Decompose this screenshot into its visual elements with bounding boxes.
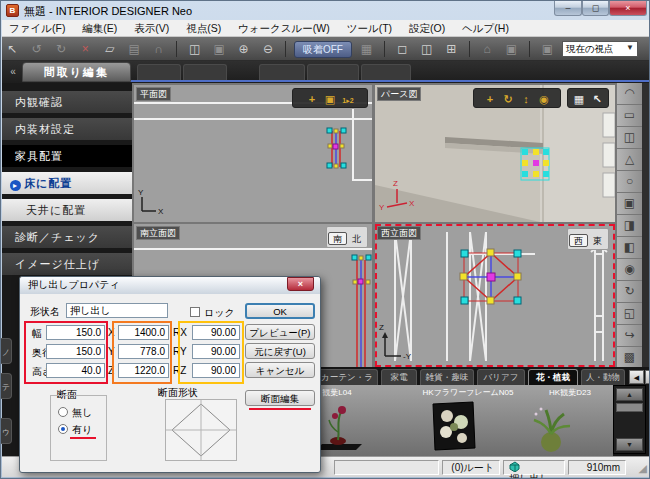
camera-1-2-icon[interactable]: 1▸2 — [339, 92, 357, 110]
dome-tool-icon[interactable]: ◠ — [617, 83, 642, 105]
east-button[interactable]: 東 — [588, 235, 607, 248]
orbit-camera-icon[interactable]: ▣ — [321, 90, 339, 108]
height-input[interactable]: 40.0 — [46, 363, 105, 378]
sphere-tool-icon[interactable]: ○ — [617, 171, 642, 193]
layout-quad-pane-icon[interactable]: ⊞ — [442, 40, 460, 58]
menu-settings[interactable]: 設定(O) — [402, 20, 452, 38]
catalog-tab-barrier-free[interactable]: バリアフリー — [477, 369, 525, 385]
section-yes-radio[interactable] — [58, 424, 68, 434]
menu-help[interactable]: ヘルプ(H) — [455, 20, 516, 38]
south-button[interactable]: 南 — [328, 232, 347, 245]
dialog-close-button[interactable]: × — [287, 277, 314, 291]
inactive-tab[interactable] — [361, 64, 411, 81]
viewport-perspective[interactable]: パース図 +↻↕◉ ▦↖ — [375, 85, 615, 222]
y-input[interactable]: 778.0 — [118, 344, 169, 359]
scroll-up-button[interactable]: ▲ — [616, 388, 643, 401]
edge-tab-u[interactable]: ウ — [1, 418, 12, 444]
prism-tool-icon[interactable]: △ — [617, 149, 642, 171]
curve-tool-icon[interactable]: ↪ — [617, 325, 642, 347]
inactive-tab[interactable] — [307, 64, 359, 81]
sidebar-item-tenjo-ni-haichi[interactable]: 天井に配置 — [2, 199, 132, 221]
camera-icon[interactable]: ▣ — [210, 40, 228, 58]
width-input[interactable]: 150.0 — [46, 325, 105, 340]
select-arrow-icon[interactable]: ↖ — [3, 40, 21, 58]
inactive-tab[interactable] — [259, 64, 305, 81]
ok-button[interactable]: OK — [245, 303, 315, 319]
cylinder-cone-tool-icon[interactable]: ◨ — [617, 215, 642, 237]
section-none-radio[interactable] — [58, 407, 68, 417]
north-button[interactable]: 北 — [347, 233, 366, 246]
zoom-out-icon[interactable]: ⊖ — [259, 40, 277, 58]
menu-tools[interactable]: ツール(T) — [340, 20, 399, 38]
save-icon[interactable]: ▤ — [125, 40, 143, 58]
viewport-west-elevation[interactable]: 西立面図 西東 — [375, 224, 615, 367]
rz-input[interactable]: 90.00 — [192, 363, 240, 378]
catalog-tab-scroll-right[interactable]: ▶ — [645, 370, 650, 384]
revolve-tool-icon[interactable]: ◉ — [617, 259, 642, 281]
catalog-tab-hito-dobutsu[interactable]: 人・動物 — [581, 369, 625, 385]
delete-icon[interactable]: × — [76, 40, 94, 58]
depth-input[interactable]: 150.0 — [46, 344, 105, 359]
edge-tab-no[interactable]: ノ — [1, 338, 12, 364]
furniture-display-icon[interactable]: ▣ — [503, 40, 521, 58]
section-edit-button[interactable]: 断面編集 — [245, 390, 315, 406]
x-input[interactable]: 1400.0 — [118, 325, 169, 340]
redo-icon[interactable]: ↻ — [52, 40, 70, 58]
cone-cylinder-tool-icon[interactable]: ◧ — [617, 237, 642, 259]
sidebar-item-naisozai-settei[interactable]: 内装材設定 — [2, 118, 132, 140]
inactive-tab[interactable] — [137, 64, 181, 81]
viewpoint-select[interactable]: 現在の視点▼ — [562, 41, 638, 57]
roof-display-icon[interactable]: ⌂ — [478, 40, 496, 58]
menu-edit[interactable]: 編集(E) — [75, 20, 124, 38]
dialog-title-bar[interactable]: 押し出しプロパティ — [20, 277, 320, 294]
rx-input[interactable]: 90.00 — [192, 325, 240, 340]
box-tool-icon[interactable]: ▭ — [617, 105, 642, 127]
magnet-icon[interactable]: ∩ — [150, 40, 168, 58]
open-folder-icon[interactable]: ▱ — [101, 40, 119, 58]
catalog-tab-zakka-shumi[interactable]: 雑貨・趣味 — [420, 369, 474, 385]
menu-walkthrough[interactable]: ウォークスルー(W) — [231, 20, 337, 38]
scrollbar-thumb[interactable] — [616, 403, 643, 412]
menu-view[interactable]: 表示(V) — [127, 20, 176, 38]
cursor-icon[interactable]: ↖ — [588, 90, 606, 108]
layout-two-pane-icon[interactable]: ◫ — [418, 40, 436, 58]
viewport-plan[interactable]: 平面図 +▣1▸2 — [134, 85, 372, 222]
walk-icon[interactable]: ◉ — [535, 90, 553, 108]
undo-icon[interactable]: ↺ — [27, 40, 45, 58]
pan-icon[interactable]: + — [481, 90, 499, 108]
sidebar-item-shindan-check[interactable]: 診断／チェック — [2, 226, 132, 248]
catalog-tab-hana-shokusai[interactable]: 花・植栽 — [528, 369, 578, 385]
catalog-item-thumb-frame[interactable] — [429, 400, 479, 452]
sidebar-item-naikan-kakunin[interactable]: 内観確認 — [2, 91, 132, 113]
orbit-icon[interactable]: ↻ — [499, 90, 517, 108]
snap-off-button[interactable]: 吸着OFF — [294, 41, 352, 58]
sidebar-item-image-shiage[interactable]: イメージ仕上げ — [2, 253, 132, 275]
menu-file[interactable]: ファイル(F) — [2, 20, 72, 38]
scroll-down-button[interactable]: ▼ — [616, 438, 643, 451]
rotate-tool-icon[interactable]: ↻ — [617, 281, 642, 303]
copy-tool-icon[interactable]: ◱ — [617, 303, 642, 325]
dice-view-icon[interactable]: ▦ — [570, 90, 588, 108]
lock-checkbox[interactable] — [190, 307, 200, 317]
stacked-boxes-tool-icon[interactable]: ◫ — [617, 127, 642, 149]
texture-tool-icon[interactable]: ▩ — [617, 347, 642, 369]
catalog-item-thumb-moss-plant[interactable] — [524, 398, 579, 453]
walkthrough-camera-icon[interactable]: ◫ — [186, 40, 204, 58]
maximize-button[interactable]: ◻ — [582, 1, 609, 16]
cancel-button[interactable]: キャンセル — [245, 362, 315, 378]
sidebar-header-madori-henshu[interactable]: 間取り編集 — [22, 62, 131, 82]
shape-name-input[interactable]: 押し出し — [66, 303, 168, 318]
west-button[interactable]: 西 — [569, 234, 588, 247]
layout-single-icon[interactable]: ◻ — [393, 40, 411, 58]
menu-viewpoint[interactable]: 視点(S) — [179, 20, 228, 38]
grid-icon[interactable]: ▦ — [357, 40, 375, 58]
z-input[interactable]: 1220.0 — [118, 363, 169, 378]
catalog-tab-scroll-left[interactable]: ◀ — [629, 370, 644, 384]
minimize-button[interactable]: – — [554, 1, 582, 16]
edge-tab-te[interactable]: テ — [1, 373, 12, 399]
catalog-tab-kaden[interactable]: 家電 — [381, 369, 417, 385]
resize-grip-icon[interactable]: ◢ — [639, 462, 647, 475]
revert-button[interactable]: 元に戻す(U) — [245, 343, 315, 359]
zoom-in-icon[interactable]: ⊕ — [235, 40, 253, 58]
preview-button[interactable]: プレビュー(P) — [245, 324, 315, 340]
